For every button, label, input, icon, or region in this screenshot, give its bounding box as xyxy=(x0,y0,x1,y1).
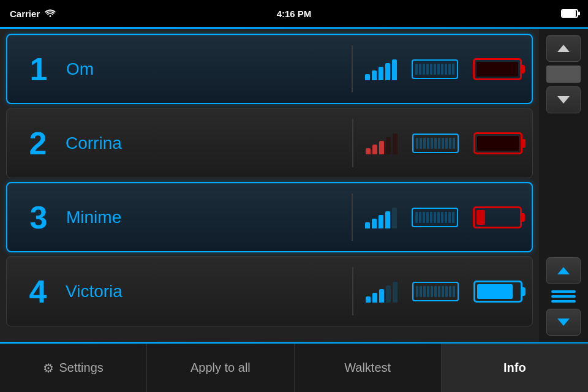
scroll-up-button[interactable] xyxy=(546,35,581,62)
bar-3-5 xyxy=(392,208,397,228)
time-display: 4:16 PM xyxy=(277,9,312,19)
settings-icon: ⚙ xyxy=(43,361,54,375)
signal-bars-3 xyxy=(365,206,397,228)
bar-1-5 xyxy=(392,59,397,80)
svg-marker-3 xyxy=(557,267,570,274)
carrier-label: Carrier xyxy=(10,9,40,19)
battery-1 xyxy=(473,58,522,80)
bar-3-1 xyxy=(365,222,370,228)
bar-2-4 xyxy=(386,137,391,154)
bar-3-4 xyxy=(385,211,390,228)
reorder-handle xyxy=(546,290,581,303)
device-number-1: 1 xyxy=(17,51,60,88)
device-number-3: 3 xyxy=(17,199,60,236)
device-indicators-1 xyxy=(365,58,522,80)
device-name-4: Victoria xyxy=(59,282,340,301)
device-indicators-3 xyxy=(365,206,522,228)
bar-1-4 xyxy=(385,63,390,80)
device-number-4: 4 xyxy=(17,273,59,310)
scroll-handle[interactable] xyxy=(546,66,581,83)
vib-meter-3 xyxy=(412,208,458,227)
tab-info-label: Info xyxy=(503,361,526,375)
tab-settings[interactable]: ⚙ Settings xyxy=(0,344,147,392)
bar-2-1 xyxy=(366,148,371,154)
device-number-2: 2 xyxy=(17,125,59,162)
tab-walktest[interactable]: Walktest xyxy=(295,344,442,392)
vib-meter-1 xyxy=(412,59,458,79)
status-bar: Carrier 4:16 PM xyxy=(0,0,588,27)
reorder-up-button[interactable] xyxy=(546,257,581,284)
bar-1-1 xyxy=(365,74,370,80)
bar-3-3 xyxy=(379,215,383,228)
bar-4-3 xyxy=(379,289,384,303)
signal-bars-2 xyxy=(366,132,398,154)
bar-4-4 xyxy=(386,285,391,303)
bar-2-3 xyxy=(379,141,384,154)
bar-1-2 xyxy=(372,70,377,80)
device-indicators-2 xyxy=(366,132,522,154)
battery-3 xyxy=(473,206,522,228)
bar-3-2 xyxy=(372,219,377,228)
battery-2 xyxy=(473,132,522,154)
tab-bar: ⚙ Settings Apply to all Walktest Info xyxy=(0,344,588,392)
reorder-down-button[interactable] xyxy=(546,309,581,336)
svg-marker-4 xyxy=(557,318,570,326)
device-name-2: Corrina xyxy=(59,134,340,153)
tab-settings-label: Settings xyxy=(59,361,103,375)
device-name-1: Om xyxy=(60,59,339,79)
bar-4-2 xyxy=(372,293,377,303)
tab-apply-to-all[interactable]: Apply to all xyxy=(147,344,294,392)
device-indicators-4 xyxy=(366,281,522,303)
scroll-down-button-1[interactable] xyxy=(546,86,581,113)
signal-bars-1 xyxy=(365,58,397,80)
bar-2-2 xyxy=(372,145,377,154)
tab-walktest-label: Walktest xyxy=(344,361,391,375)
bar-4-5 xyxy=(393,282,398,303)
device-row-3[interactable]: 3 Minime xyxy=(6,182,533,252)
device-row-1[interactable]: 1 Om xyxy=(6,34,533,104)
divider-1 xyxy=(352,45,353,93)
main-container: 1 Om xyxy=(0,29,588,342)
divider-3 xyxy=(352,194,353,241)
battery-status-icon xyxy=(561,9,578,18)
vib-meter-4 xyxy=(412,282,459,301)
device-list: 1 Om xyxy=(0,29,539,342)
side-controls xyxy=(539,29,588,342)
divider-2 xyxy=(352,119,353,167)
bar-2-5 xyxy=(393,134,398,154)
vib-meter-2 xyxy=(412,134,459,153)
bar-1-3 xyxy=(379,67,383,80)
bar-4-1 xyxy=(366,296,371,303)
svg-point-0 xyxy=(50,15,51,17)
wifi-icon xyxy=(45,9,56,19)
divider-4 xyxy=(352,267,353,315)
tab-info[interactable]: Info xyxy=(442,344,588,392)
battery-4 xyxy=(473,281,522,303)
svg-marker-2 xyxy=(557,96,570,104)
svg-marker-1 xyxy=(557,45,570,52)
device-row-2[interactable]: 2 Corrina xyxy=(6,108,533,178)
tab-apply-label: Apply to all xyxy=(190,361,251,375)
device-row-4[interactable]: 4 Victoria xyxy=(6,256,533,326)
device-name-3: Minime xyxy=(60,208,339,227)
signal-bars-4 xyxy=(366,281,398,303)
